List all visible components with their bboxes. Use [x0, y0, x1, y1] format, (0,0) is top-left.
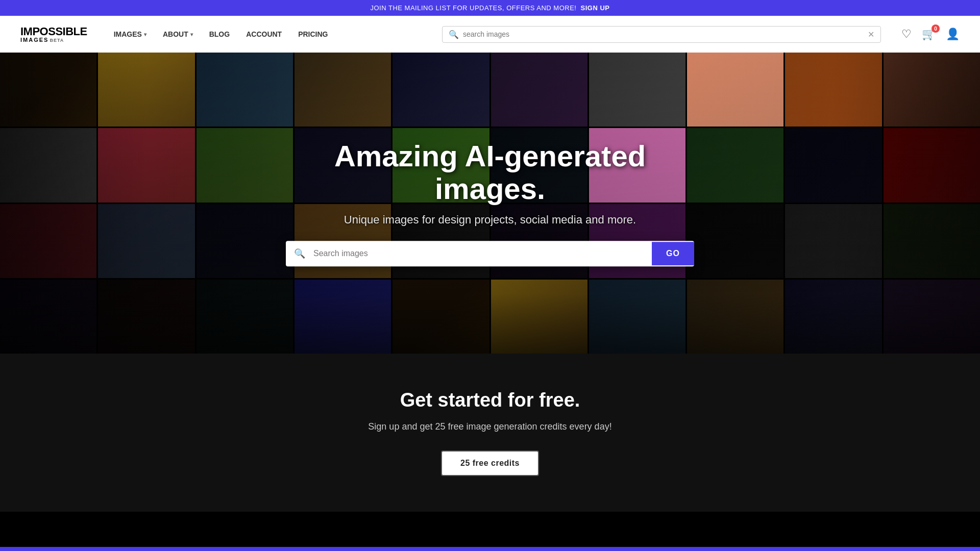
- hero-search-button[interactable]: GO: [652, 242, 694, 265]
- heart-icon: ♡: [901, 28, 912, 41]
- logo-bottom: IMAGES: [20, 37, 48, 43]
- logo-beta: BETA: [50, 38, 64, 43]
- banner-cta[interactable]: SIGN UP: [581, 4, 610, 12]
- navigation: IMPOSSIBLE IMAGES BETA IMAGES ▾ ABOUT ▾ …: [0, 16, 980, 53]
- cta-section: Get started for free. Sign up and get 25…: [0, 354, 980, 512]
- mosaic-cell: [0, 280, 96, 354]
- mosaic-cell: [295, 53, 391, 127]
- mosaic-cell: [884, 53, 980, 127]
- mosaic-cell: [687, 204, 783, 278]
- mosaic-cell: [589, 53, 685, 127]
- mosaic-cell: [98, 53, 194, 127]
- mosaic-cell: [197, 53, 293, 127]
- mosaic-cell: [785, 204, 881, 278]
- mosaic-cell: [687, 128, 783, 202]
- nav-link-account[interactable]: ACCOUNT: [240, 26, 288, 42]
- hero-search-bar: 🔍 GO: [286, 241, 694, 266]
- mosaic-cell: [0, 128, 96, 202]
- mosaic-cell: [0, 204, 96, 278]
- mosaic-cell: [393, 280, 489, 354]
- hero-content: Amazing AI-generated images. Unique imag…: [286, 140, 694, 266]
- hero-section: Amazing AI-generated images. Unique imag…: [0, 53, 980, 354]
- mosaic-cell: [589, 280, 685, 354]
- nav-link-images[interactable]: IMAGES ▾: [108, 26, 153, 42]
- mosaic-cell: [197, 280, 293, 354]
- bottom-stripe: [0, 547, 980, 551]
- mosaic-cell: [197, 204, 293, 278]
- mosaic-cell: [491, 280, 587, 354]
- mosaic-cell: [0, 53, 96, 127]
- cta-subtitle: Sign up and get 25 free image generation…: [20, 421, 960, 432]
- hero-subtitle: Unique images for design projects, socia…: [286, 213, 694, 227]
- banner-text: JOIN THE MAILING LIST FOR UPDATES, OFFER…: [370, 4, 576, 12]
- logo-top: IMPOSSIBLE: [20, 26, 87, 37]
- nav-link-blog[interactable]: BLOG: [203, 26, 236, 42]
- mosaic-cell: [295, 280, 391, 354]
- hero-title: Amazing AI-generated images.: [286, 140, 694, 205]
- mosaic-cell: [491, 53, 587, 127]
- search-icon: 🔍: [449, 30, 459, 39]
- mosaic-cell: [393, 53, 489, 127]
- mosaic-cell: [98, 128, 194, 202]
- mosaic-cell: [884, 128, 980, 202]
- chevron-down-icon: ▾: [190, 32, 193, 37]
- mosaic-cell: [884, 280, 980, 354]
- mosaic-cell: [785, 128, 881, 202]
- logo[interactable]: IMPOSSIBLE IMAGES BETA: [20, 26, 87, 43]
- mosaic-cell: [197, 128, 293, 202]
- hero-search-input[interactable]: [313, 242, 652, 265]
- nav-link-about[interactable]: ABOUT ▾: [157, 26, 199, 42]
- mosaic-cell: [98, 204, 194, 278]
- nav-search-container: 🔍 ✕: [442, 26, 881, 43]
- clear-search-button[interactable]: ✕: [868, 30, 874, 39]
- top-banner: JOIN THE MAILING LIST FOR UPDATES, OFFER…: [0, 0, 980, 16]
- cart-button[interactable]: 🛒 0: [922, 28, 936, 41]
- chevron-down-icon: ▾: [144, 32, 146, 37]
- cta-title: Get started for free.: [20, 389, 960, 411]
- user-icon: 👤: [946, 28, 960, 41]
- nav-icons: ♡ 🛒 0 👤: [901, 28, 960, 41]
- mosaic-cell: [785, 53, 881, 127]
- mosaic-cell: [687, 280, 783, 354]
- nav-links: IMAGES ▾ ABOUT ▾ BLOG ACCOUNT PRICING: [108, 26, 432, 42]
- cart-badge: 0: [932, 24, 940, 33]
- mosaic-cell: [687, 53, 783, 127]
- search-input[interactable]: [463, 30, 868, 38]
- wishlist-button[interactable]: ♡: [901, 28, 912, 41]
- mosaic-cell: [98, 280, 194, 354]
- account-button[interactable]: 👤: [946, 28, 960, 41]
- mosaic-cell: [785, 280, 881, 354]
- cta-button[interactable]: 25 free credits: [441, 450, 539, 476]
- hero-search-icon: 🔍: [286, 241, 313, 266]
- nav-link-pricing[interactable]: PRICING: [292, 26, 334, 42]
- mosaic-cell: [884, 204, 980, 278]
